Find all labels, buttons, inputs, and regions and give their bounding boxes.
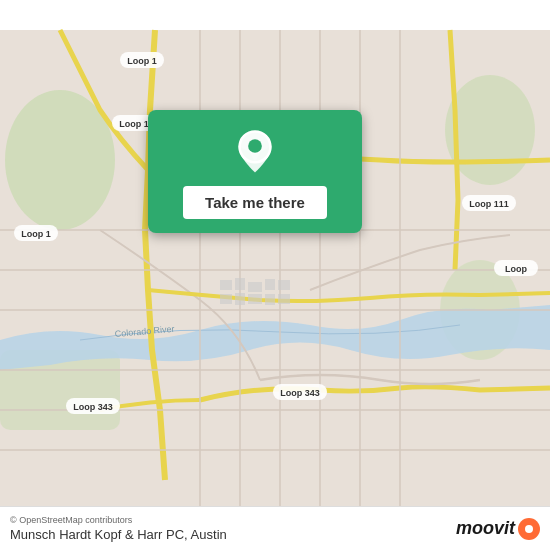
moovit-logo-text: moovit [456,518,515,539]
svg-text:Loop 1: Loop 1 [119,119,149,129]
svg-rect-41 [278,294,290,304]
svg-text:Loop 111: Loop 111 [469,199,509,209]
svg-text:Loop 1: Loop 1 [21,229,51,239]
svg-rect-40 [265,294,275,305]
svg-text:Loop: Loop [505,264,527,274]
svg-rect-36 [278,280,290,290]
map-background: Loop 1 Loop 1 Loop 1 Loop 111 Loop Loop … [0,0,550,550]
svg-rect-39 [248,294,262,304]
svg-rect-37 [220,294,232,304]
svg-rect-32 [220,280,232,290]
bottom-left-info: © OpenStreetMap contributors Munsch Hard… [10,515,227,542]
take-me-there-button[interactable]: Take me there [183,186,327,219]
svg-text:Loop 1: Loop 1 [127,56,157,66]
svg-text:Loop 343: Loop 343 [73,402,113,412]
svg-rect-33 [235,278,245,290]
location-card: Take me there [148,110,362,233]
svg-rect-34 [248,282,262,292]
svg-rect-38 [235,293,245,305]
bottom-bar: © OpenStreetMap contributors Munsch Hard… [0,506,550,550]
moovit-logo-dot [518,518,540,540]
svg-rect-35 [265,279,275,290]
moovit-logo-dot-inner [525,525,533,533]
svg-text:Loop 343: Loop 343 [280,388,320,398]
map-container: Loop 1 Loop 1 Loop 1 Loop 111 Loop Loop … [0,0,550,550]
moovit-logo: moovit [456,518,540,540]
svg-point-45 [248,139,262,153]
location-pin-icon [231,128,279,176]
location-name: Munsch Hardt Kopf & Harr PC, Austin [10,527,227,542]
map-attribution: © OpenStreetMap contributors [10,515,227,525]
